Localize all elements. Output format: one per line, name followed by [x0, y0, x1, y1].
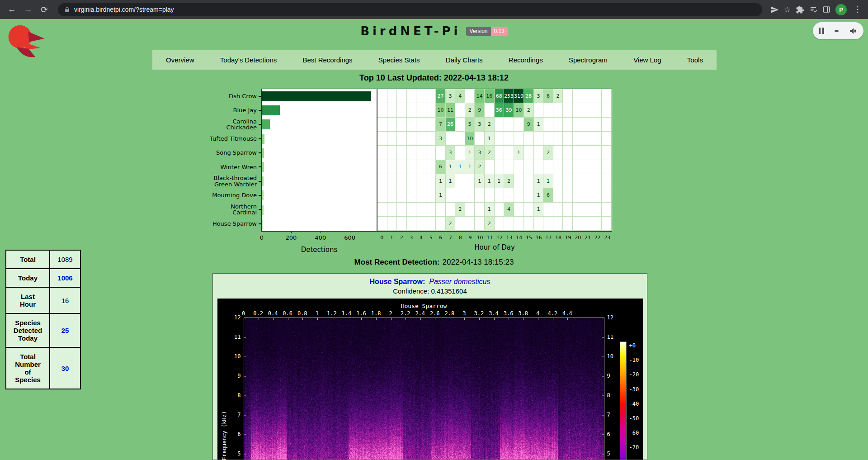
reading-list-icon[interactable] [809, 5, 817, 14]
heatmap-cell: 1 [436, 188, 446, 202]
heatmap-cell: 11 [446, 103, 456, 117]
heatmap-cell [426, 203, 436, 217]
detections-bar [262, 105, 280, 115]
detections-axis-tick: 200 [285, 234, 297, 241]
heatmap-cell [446, 188, 456, 202]
browser-menu-icon[interactable]: ⋮ [852, 5, 863, 14]
stats-value[interactable]: 30 [61, 365, 69, 372]
stats-row: Species Detected Today25 [6, 313, 80, 347]
heatmap-cell [534, 217, 544, 231]
heatmap-cell [475, 132, 485, 146]
nav-item-overview[interactable]: Overview [166, 56, 194, 64]
heatmap-cell: 2 [543, 146, 553, 160]
heatmap-cell [514, 174, 524, 188]
heatmap-cell: 1 [485, 174, 495, 188]
spec-freq-tick: 9 [607, 373, 610, 379]
heatmap-cell [407, 203, 417, 217]
heatmap-cell [582, 174, 592, 188]
heatmap-cell [504, 118, 514, 132]
heatmap-cell: 27 [436, 89, 446, 103]
stats-value[interactable]: 1006 [57, 274, 72, 282]
volume-icon[interactable] [849, 27, 858, 35]
heatmap-cell [504, 188, 514, 202]
heatmap-cell [602, 132, 612, 146]
heatmap-cell: 6 [543, 89, 553, 103]
heatmap-cell: 9 [524, 118, 534, 132]
heatmap-cell [534, 160, 544, 174]
spec-freq-tick: 11 [229, 334, 241, 340]
send-icon[interactable] [770, 5, 779, 14]
heatmap-cell [573, 174, 583, 188]
url-bar[interactable]: virginia.birdnetpi.com/?stream=play [58, 3, 762, 16]
heatmap-cell [387, 103, 397, 117]
pause-icon[interactable] [819, 28, 824, 34]
heatmap-cell [592, 118, 602, 132]
side-panel-icon[interactable] [822, 5, 830, 14]
stats-table: Total1089Today1006Last Hour16Species Det… [5, 250, 81, 389]
nav-item-tools[interactable]: Tools [687, 56, 703, 64]
heatmap-cell [465, 217, 475, 231]
url-text: virginia.birdnetpi.com/?stream=play [74, 6, 174, 13]
hour-axis-tick: 7 [446, 235, 456, 241]
species-common-name[interactable]: House Sparrow: [370, 278, 425, 285]
hour-axis-tick: 1 [387, 235, 397, 241]
nav-item-view-log[interactable]: View Log [633, 56, 661, 64]
spec-time-tick: 1.4 [342, 310, 352, 317]
nav-item-daily-charts[interactable]: Daily Charts [446, 56, 483, 64]
heatmap-cell [416, 146, 426, 160]
heatmap-cell: 1 [495, 174, 505, 188]
heatmap-cell [416, 188, 426, 202]
stats-value[interactable]: 25 [61, 327, 69, 334]
back-icon[interactable]: ← [5, 2, 19, 17]
nav-item-best-recordings[interactable]: Best Recordings [303, 56, 353, 64]
detections-axis-title: Detections [261, 246, 377, 254]
heatmap-cell [446, 203, 456, 217]
detections-axis-tick: 0 [260, 234, 264, 241]
version-label: Version [466, 27, 491, 36]
heatmap-cell [553, 188, 563, 202]
heatmap-cell [397, 118, 407, 132]
profile-avatar[interactable]: P [835, 4, 847, 15]
heatmap-cell [495, 132, 505, 146]
hour-axis-tick: 12 [495, 235, 505, 241]
heatmap-cell [582, 146, 592, 160]
heatmap-cell: 1 [485, 203, 495, 217]
lock-icon [64, 7, 70, 13]
extensions-icon[interactable] [796, 5, 804, 14]
heatmap-cell: 1 [534, 188, 544, 202]
detection-panel: House Sparrow:Passer domesticus Confiden… [212, 273, 647, 460]
heatmap-cell [534, 103, 544, 117]
spec-time-tick: 1 [316, 310, 319, 317]
spec-time-tick: 3.6 [504, 310, 514, 317]
spec-freq-tick: 5 [607, 451, 610, 457]
page-header: BirdNET-Pi Version 0.13 [0, 24, 868, 38]
heatmap-cell [387, 118, 397, 132]
nav-item-spectrogram[interactable]: Spectrogram [569, 56, 608, 64]
hour-axis-tick: 19 [563, 235, 573, 241]
spec-time-tick: 3.8 [518, 310, 528, 317]
heatmap-cell [465, 174, 475, 188]
spec-freq-tick: 9 [229, 373, 241, 379]
heatmap-cell [592, 132, 602, 146]
heatmap-cell [416, 160, 426, 174]
hour-axis-tick: 15 [524, 235, 534, 241]
nav-item-recordings[interactable]: Recordings [509, 56, 543, 64]
heatmap-cell: 1 [514, 146, 524, 160]
nav-item-today-s-detections[interactable]: Today's Detections [220, 56, 277, 64]
audio-player[interactable] [813, 22, 863, 39]
spec-time-tick: 3.2 [474, 310, 484, 317]
species-label: Black-throated Green Warbler [193, 174, 261, 188]
heatmap-cell: 2 [465, 103, 475, 117]
heatmap-cell: 253 [504, 89, 514, 103]
spec-freq-tick: 6 [607, 431, 610, 437]
bookmark-star-icon[interactable]: ☆ [784, 5, 791, 14]
heatmap-cell [602, 217, 612, 231]
heatmap-cell [573, 188, 583, 202]
heatmap-cell [553, 132, 563, 146]
reload-icon[interactable]: ⟳ [37, 2, 52, 17]
forward-icon[interactable]: → [21, 2, 35, 17]
nav-bar: OverviewToday's DetectionsBest Recording… [152, 50, 717, 70]
heatmap-cell: 39 [504, 103, 514, 117]
nav-item-species-stats[interactable]: Species Stats [378, 56, 420, 64]
spec-db-tick: -20 [629, 371, 639, 378]
